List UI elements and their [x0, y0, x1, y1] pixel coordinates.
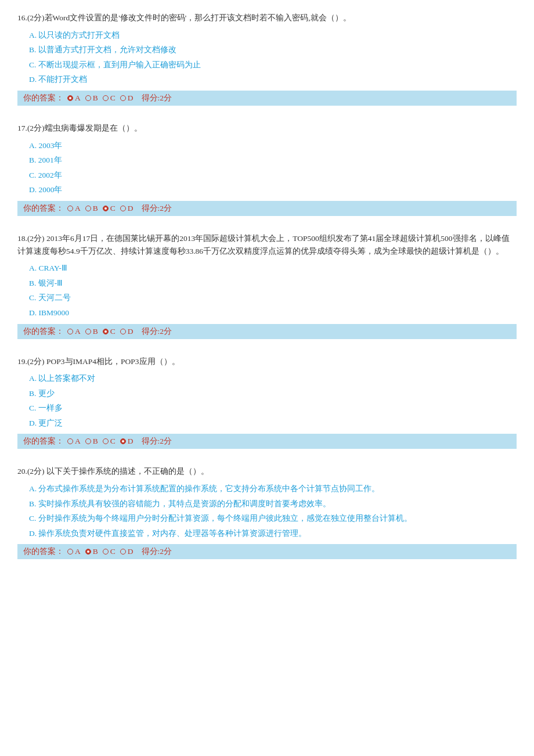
answer-label-q20: 你的答案：	[23, 546, 64, 557]
question-title-q18: 18.(2分) 2013年6月17日，在德国莱比锡开幕的2013年国际超级计算机…	[17, 232, 517, 257]
radio-label-q20-A: A	[75, 547, 81, 556]
option-q18-C[interactable]: C. 天河二号	[29, 291, 517, 304]
answer-label-q19: 你的答案：	[23, 436, 64, 447]
radio-label-q19-A: A	[75, 437, 81, 446]
option-q17-A[interactable]: A. 2003年	[29, 139, 517, 152]
score-q18: 得分:2分	[142, 326, 172, 337]
radio-group-q17-A[interactable]: A	[67, 204, 81, 213]
radio-group-q19-C[interactable]: C	[103, 437, 116, 446]
answer-label-q17: 你的答案：	[23, 203, 64, 214]
questions-container: 16.(2分)若Word文件设置的是'修改文件时的密码'，那么打开该文档时若不输…	[17, 12, 517, 565]
radio-label-q19-B: B	[93, 437, 98, 446]
radio-group-q16-D[interactable]: D	[120, 93, 134, 103]
radio-group-q16-B[interactable]: B	[85, 93, 98, 103]
radio-dot-q18-A[interactable]	[67, 329, 73, 334]
radio-dot-q20-D[interactable]	[120, 549, 126, 555]
radio-group-q20-A[interactable]: A	[67, 547, 81, 556]
radio-label-q19-D: D	[128, 437, 134, 446]
radio-dot-q17-B[interactable]	[85, 206, 91, 211]
radio-label-q17-D: D	[128, 204, 134, 213]
radio-dot-q19-D[interactable]	[120, 438, 126, 444]
radio-group-q19-B[interactable]: B	[85, 437, 98, 446]
option-q18-A[interactable]: A. CRAY-Ⅲ	[29, 262, 517, 275]
option-q16-C[interactable]: C. 不断出现提示框，直到用户输入正确密码为止	[29, 59, 517, 71]
score-q19: 得分:2分	[142, 436, 172, 447]
radio-dot-q20-A[interactable]	[67, 549, 73, 555]
option-q19-B[interactable]: B. 更少	[29, 387, 517, 400]
radio-dot-q20-B[interactable]	[85, 549, 91, 555]
option-q16-A[interactable]: A. 以只读的方式打开文档	[29, 29, 517, 42]
question-title-q16: 16.(2分)若Word文件设置的是'修改文件时的密码'，那么打开该文档时若不输…	[17, 12, 517, 24]
radio-group-q19-A[interactable]: A	[67, 437, 81, 446]
radio-group-q20-C[interactable]: C	[103, 547, 116, 556]
radio-label-q18-D: D	[128, 327, 134, 336]
question-q17: 17.(2分)蠕虫病毒爆发期是在（）。A. 2003年B. 2001年C. 20…	[17, 122, 517, 222]
option-q16-B[interactable]: B. 以普通方式打开文档，允许对文档修改	[29, 44, 517, 56]
option-q20-A[interactable]: A. 分布式操作系统是为分布计算系统配置的操作系统，它支持分布系统中各个计算节点…	[29, 483, 517, 495]
radio-label-q16-D: D	[128, 93, 134, 103]
radio-dot-q18-B[interactable]	[85, 329, 91, 334]
option-q17-D[interactable]: D. 2000年	[29, 183, 517, 196]
option-q20-D[interactable]: D. 操作系统负责对硬件直接监管，对内存、处理器等各种计算资源进行管理。	[29, 527, 517, 540]
question-q18: 18.(2分) 2013年6月17日，在德国莱比锡开幕的2013年国际超级计算机…	[17, 232, 517, 345]
radio-dot-q18-C[interactable]	[103, 329, 109, 334]
radio-dot-q17-A[interactable]	[67, 206, 73, 211]
option-q20-B[interactable]: B. 实时操作系统具有较强的容错能力，其特点是资源的分配和调度时首要考虑效率。	[29, 498, 517, 510]
radio-group-q20-D[interactable]: D	[120, 547, 134, 556]
radio-dot-q16-A[interactable]	[67, 95, 73, 101]
answer-bar-q18: 你的答案：ABCD得分:2分	[17, 324, 517, 339]
question-title-q20: 20.(2分) 以下关于操作系统的描述，不正确的是（）。	[17, 465, 517, 478]
answer-label-q16: 你的答案：	[23, 93, 64, 103]
score-q20: 得分:2分	[142, 546, 172, 557]
answer-bar-q19: 你的答案：ABCD得分:2分	[17, 434, 517, 449]
answer-bar-q17: 你的答案：ABCD得分:2分	[17, 201, 517, 216]
radio-dot-q16-C[interactable]	[103, 95, 109, 101]
option-q19-C[interactable]: C. 一样多	[29, 402, 517, 415]
radio-group-q17-B[interactable]: B	[85, 204, 98, 213]
radio-dot-q20-C[interactable]	[103, 549, 109, 555]
score-q16: 得分:2分	[142, 93, 172, 103]
radio-dot-q16-D[interactable]	[120, 95, 126, 101]
option-q17-B[interactable]: B. 2001年	[29, 154, 517, 167]
radio-label-q18-A: A	[75, 327, 81, 336]
option-q18-D[interactable]: D. IBM9000	[29, 307, 517, 319]
option-q19-D[interactable]: D. 更广泛	[29, 417, 517, 430]
radio-group-q17-D[interactable]: D	[120, 204, 134, 213]
radio-label-q19-C: C	[110, 437, 116, 446]
radio-group-q19-D[interactable]: D	[120, 437, 134, 446]
radio-dot-q16-B[interactable]	[85, 95, 91, 101]
radio-group-q20-B[interactable]: B	[85, 547, 98, 556]
radio-label-q17-A: A	[75, 204, 81, 213]
radio-group-q18-C[interactable]: C	[103, 327, 116, 336]
radio-dot-q18-D[interactable]	[120, 329, 126, 334]
question-q16: 16.(2分)若Word文件设置的是'修改文件时的密码'，那么打开该文档时若不输…	[17, 12, 517, 111]
option-q20-C[interactable]: C. 分时操作系统为每个终端用户分时分配计算资源，每个终端用户彼此独立，感觉在独…	[29, 512, 517, 525]
radio-dot-q19-B[interactable]	[85, 438, 91, 444]
radio-dot-q17-C[interactable]	[103, 206, 109, 211]
radio-group-q16-A[interactable]: A	[67, 93, 81, 103]
radio-label-q16-C: C	[110, 93, 116, 103]
option-q16-D[interactable]: D. 不能打开文档	[29, 73, 517, 86]
radio-group-q16-C[interactable]: C	[103, 93, 116, 103]
radio-label-q16-B: B	[93, 93, 98, 103]
radio-group-q18-A[interactable]: A	[67, 327, 81, 336]
question-q19: 19.(2分) POP3与IMAP4相比，POP3应用（）。A. 以上答案都不对…	[17, 355, 517, 455]
radio-group-q17-C[interactable]: C	[103, 204, 116, 213]
answer-bar-q16: 你的答案：ABCD得分:2分	[17, 91, 517, 106]
radio-label-q18-B: B	[93, 327, 98, 336]
radio-group-q18-B[interactable]: B	[85, 327, 98, 336]
answer-label-q18: 你的答案：	[23, 326, 64, 337]
question-title-q19: 19.(2分) POP3与IMAP4相比，POP3应用（）。	[17, 355, 517, 368]
radio-label-q17-C: C	[110, 204, 116, 213]
radio-dot-q19-C[interactable]	[103, 438, 109, 444]
radio-dot-q19-A[interactable]	[67, 438, 73, 444]
option-q17-C[interactable]: C. 2002年	[29, 169, 517, 182]
radio-group-q18-D[interactable]: D	[120, 327, 134, 336]
radio-dot-q17-D[interactable]	[120, 206, 126, 211]
option-q18-B[interactable]: B. 银河-Ⅲ	[29, 277, 517, 290]
radio-label-q16-A: A	[75, 93, 81, 103]
score-q17: 得分:2分	[142, 203, 172, 214]
option-q19-A[interactable]: A. 以上答案都不对	[29, 372, 517, 385]
radio-label-q20-D: D	[128, 547, 134, 556]
radio-label-q17-B: B	[93, 204, 98, 213]
